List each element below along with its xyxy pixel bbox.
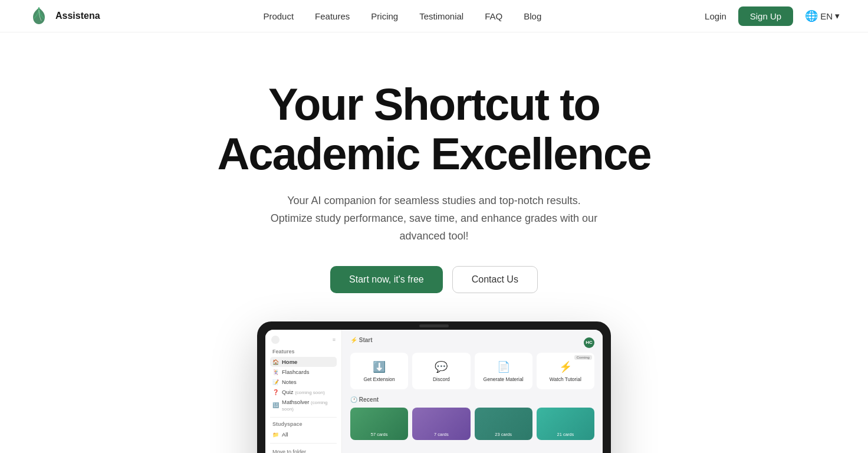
app-sidebar: ≡ Features 🏠 Home 🃏 Flashcards 📝 Notes — [265, 330, 342, 453]
sidebar-user-avatar — [271, 336, 280, 344]
recent-label: 🕐 Recent — [350, 396, 379, 403]
start-now-button[interactable]: Start now, it's free — [330, 266, 443, 293]
brand-logo — [28, 5, 50, 27]
app-header-row: ⚡ Start HC — [350, 337, 594, 348]
recent-card-1-count: 57 cards — [371, 432, 388, 437]
action-cards-grid: ⬇️ Get Extension 💬 Discord 📄 Generate Ma… — [350, 353, 594, 389]
sidebar-top-icons: ≡ — [333, 337, 336, 343]
nav-link-testimonial[interactable]: Testimonial — [419, 11, 463, 21]
tablet-frame: ≡ Features 🏠 Home 🃏 Flashcards 📝 Notes — [257, 321, 611, 453]
action-card-generate-label: Generate Material — [484, 376, 524, 382]
coming-soon-badge: Coming — [574, 355, 592, 360]
hero-cta-group: Start now, it's free Contact Us — [330, 266, 538, 293]
sidebar-studyspace-label: Studyspace — [270, 421, 337, 427]
hero-title: Your Shortcut to Academic Excellence — [217, 80, 650, 178]
nav-brand: Assistena — [28, 5, 100, 27]
app-user-avatar: HC — [584, 337, 594, 348]
brand-name: Assistena — [55, 11, 100, 21]
app-header-icons: HC — [584, 337, 594, 348]
app-main-area: ⚡ Start HC ⬇️ Get Extension 💬 — [342, 330, 603, 453]
recent-card-3-count: 23 cards — [495, 432, 512, 437]
sidebar-home-label: Home — [282, 359, 297, 365]
generate-icon: 📄 — [497, 360, 510, 373]
sidebar-item-quiz[interactable]: ❓ Quiz (coming soon) — [270, 387, 337, 397]
start-label: ⚡ Start — [350, 337, 373, 343]
tablet-camera — [419, 324, 449, 327]
recent-card-1[interactable]: 57 cards — [350, 408, 408, 440]
sidebar-divider — [270, 417, 337, 418]
sidebar-move-folder[interactable]: Move to folder — [270, 447, 337, 453]
action-card-extension[interactable]: ⬇️ Get Extension — [350, 353, 408, 389]
recent-card-2[interactable]: 7 cards — [412, 408, 470, 440]
sidebar-item-notes[interactable]: 📝 Notes — [270, 377, 337, 387]
action-card-tutorial-label: Watch Tutorial — [550, 376, 581, 382]
action-card-discord-label: Discord — [433, 376, 450, 382]
sidebar-all-label: All — [282, 431, 288, 438]
recent-section-label: 🕐 Recent — [350, 396, 594, 403]
move-folder-label: Move to folder — [272, 449, 306, 453]
nav-link-features[interactable]: Features — [315, 11, 350, 21]
nav-actions: Login Sign Up 🌐 EN ▾ — [705, 6, 840, 26]
language-selector[interactable]: 🌐 EN ▾ — [805, 9, 840, 22]
action-card-extension-label: Get Extension — [363, 376, 394, 382]
sidebar-item-home[interactable]: 🏠 Home — [270, 357, 337, 367]
nav-links: Product Features Pricing Testimonial FAQ… — [263, 11, 541, 21]
nav-link-faq[interactable]: FAQ — [485, 11, 502, 21]
mathsolver-icon: 🔢 — [272, 402, 279, 408]
action-card-tutorial[interactable]: Coming ⚡ Watch Tutorial — [537, 353, 594, 389]
recent-card-4-count: 21 cards — [557, 432, 574, 437]
sidebar-flashcards-label: Flashcards — [282, 369, 309, 375]
login-button[interactable]: Login — [705, 11, 726, 21]
sidebar-divider-2 — [270, 443, 337, 444]
recent-cards-grid: 57 cards 7 cards 23 cards 21 cards — [350, 408, 594, 440]
nav-link-product[interactable]: Product — [263, 11, 294, 21]
hero-subtitle: Your AI companion for seamless studies a… — [269, 192, 599, 245]
sidebar-item-flashcards[interactable]: 🃏 Flashcards — [270, 367, 337, 377]
extension-icon: ⬇️ — [373, 360, 386, 373]
globe-icon: 🌐 — [805, 9, 818, 22]
all-icon: 📁 — [272, 432, 279, 438]
tablet-mockup-container: ≡ Features 🏠 Home 🃏 Flashcards 📝 Notes — [0, 321, 868, 453]
nav-link-pricing[interactable]: Pricing — [371, 11, 398, 21]
tutorial-icon: ⚡ — [559, 360, 572, 373]
discord-icon: 💬 — [435, 360, 448, 373]
home-icon: 🏠 — [272, 359, 279, 365]
contact-us-button[interactable]: Contact Us — [452, 266, 538, 293]
signup-button[interactable]: Sign Up — [738, 6, 793, 26]
navbar: Assistena Product Features Pricing Testi… — [0, 0, 868, 32]
sidebar-item-all[interactable]: 📁 All — [270, 429, 337, 439]
sidebar-features-label: Features — [270, 349, 337, 354]
sidebar-menu-icon: ≡ — [333, 337, 336, 343]
quiz-icon: ❓ — [272, 389, 279, 395]
recent-card-3[interactable]: 23 cards — [475, 408, 532, 440]
action-card-discord[interactable]: 💬 Discord — [412, 353, 470, 389]
flashcards-icon: 🃏 — [272, 369, 279, 375]
chevron-down-icon: ▾ — [835, 11, 840, 21]
recent-card-4[interactable]: 21 cards — [537, 408, 594, 440]
avatar-initials: HC — [586, 340, 593, 345]
recent-card-2-count: 7 cards — [434, 432, 449, 437]
hero-title-line2: Academic Excellence — [217, 129, 650, 179]
sidebar-item-mathsolver[interactable]: 🔢 Mathsolver (coming soon) — [270, 397, 337, 413]
notes-icon: 📝 — [272, 379, 279, 385]
tablet-screen: ≡ Features 🏠 Home 🃏 Flashcards 📝 Notes — [265, 330, 603, 453]
hero-section: Your Shortcut to Academic Excellence You… — [0, 32, 868, 293]
hero-title-line1: Your Shortcut to — [268, 79, 600, 129]
sidebar-quiz-label: Quiz (coming soon) — [282, 389, 325, 395]
start-section-label: ⚡ Start — [350, 337, 373, 343]
nav-link-blog[interactable]: Blog — [524, 11, 541, 21]
sidebar-notes-label: Notes — [282, 379, 297, 385]
sidebar-mathsolver-label: Mathsolver (coming soon) — [282, 399, 334, 412]
lang-label: EN — [820, 11, 833, 21]
action-card-generate[interactable]: 📄 Generate Material — [475, 353, 532, 389]
